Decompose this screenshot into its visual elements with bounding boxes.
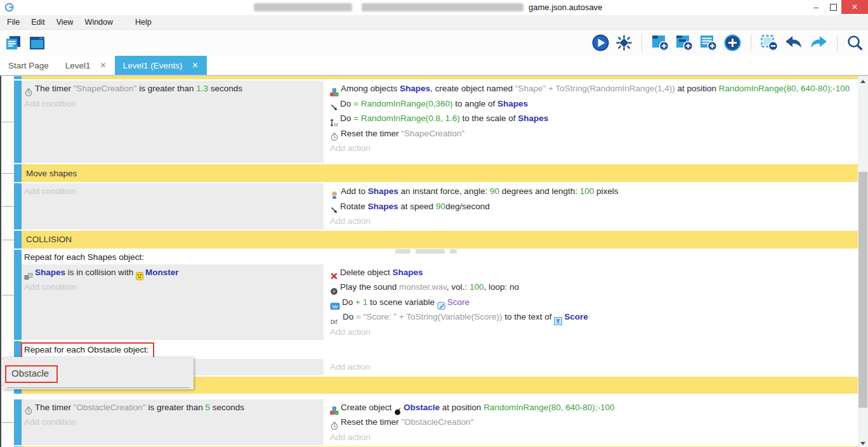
event-selection-bar[interactable]: [14, 81, 22, 163]
search-icon[interactable]: [846, 34, 864, 52]
text-run: 90: [490, 186, 499, 196]
condition-line[interactable]: Shapes is in collision with Monster: [24, 266, 321, 281]
vertical-scrollbar[interactable]: [858, 76, 868, 447]
delete-event-icon[interactable]: [760, 34, 779, 51]
play-button-icon[interactable]: [591, 34, 610, 52]
sound-icon: [330, 282, 338, 295]
text-run: "ObstacleCreation": [401, 417, 473, 427]
action-line[interactable]: Among objects Shapes, create object name…: [330, 82, 858, 97]
tab-level1-scene[interactable]: Level1 ✕: [57, 56, 115, 75]
action-line[interactable]: txtDo = "Score: " + ToString(Variable(Sc…: [330, 310, 858, 325]
action-line[interactable]: Play the sound monster.wav, vol.: 100, l…: [330, 280, 858, 295]
action-line[interactable]: Delete object Shapes: [330, 266, 858, 281]
add-action-button[interactable]: Add action: [330, 360, 858, 374]
tab-level1-events[interactable]: Level1 (Events) ✕: [115, 56, 207, 75]
text-run: Add action: [330, 216, 371, 226]
scene-editor-icon[interactable]: [29, 35, 46, 51]
condition-line[interactable]: The timer "ObstacleCreation" is greater …: [24, 401, 321, 416]
conditions-cell[interactable]: The timer "ObstacleCreation" is greater …: [22, 399, 324, 446]
actions-cell[interactable]: Add to Shapes an instant force, angle: 9…: [327, 183, 858, 230]
event-selection-bar[interactable]: [14, 231, 22, 249]
redo-icon[interactable]: [809, 35, 828, 51]
menu-edit[interactable]: Edit: [25, 18, 51, 27]
event-rows: The timer "ShapeCreation" is greater tha…: [1, 76, 858, 447]
actions-cell[interactable]: Add action: [327, 359, 858, 375]
add-action-button[interactable]: Add action: [330, 214, 858, 228]
close-button[interactable]: ✕: [841, 0, 868, 14]
text-run: an instant force, angle:: [398, 186, 490, 196]
debugger-icon[interactable]: [615, 34, 633, 51]
tab-close-icon[interactable]: ✕: [100, 61, 107, 70]
action-line[interactable]: Do = RandomInRange(0.8, 1.6) to the scal…: [330, 112, 858, 127]
shapes-icon: [24, 267, 33, 281]
action-line[interactable]: Create object Obstacle at position Rando…: [330, 401, 858, 416]
conditions-cell[interactable]: Add condition: [22, 183, 324, 230]
condition-line[interactable]: The timer "ShapeCreation" is greater tha…: [24, 82, 321, 97]
menu-window[interactable]: Window: [79, 18, 121, 27]
event-selection-bar[interactable]: [14, 250, 22, 340]
tab-close-icon[interactable]: ✕: [192, 61, 198, 70]
event-row: The timer "ShapeCreation" is greater tha…: [1, 81, 858, 163]
actions-cell[interactable]: Create object Obstacle at position Rando…: [327, 399, 858, 446]
add-event-icon[interactable]: [651, 34, 669, 51]
text-run: to the text of: [502, 312, 554, 321]
add-comment-icon[interactable]: [699, 34, 718, 51]
add-condition-button[interactable]: Add condition: [24, 185, 321, 198]
add-action-button[interactable]: Add action: [330, 325, 858, 339]
delete-icon: [330, 267, 338, 281]
action-line[interactable]: Rotate Shapes at speed 90deg/second: [330, 200, 858, 215]
comment-block[interactable]: COLLISION: [22, 231, 858, 249]
repeat-header[interactable]: Repeat for each Obstacle object:: [22, 341, 858, 359]
event-selection-bar[interactable]: [14, 164, 22, 182]
minimize-button[interactable]: –: [807, 0, 825, 14]
add-action-button[interactable]: Add action: [330, 141, 858, 155]
score-variable-icon: [437, 297, 445, 311]
event-row: The timer "ObstacleCreation" is greater …: [1, 399, 858, 446]
project-manager-icon[interactable]: [5, 35, 22, 51]
actions-cell[interactable]: Among objects Shapes, create object name…: [327, 81, 858, 163]
add-action-button[interactable]: Add action: [330, 431, 858, 444]
scroll-down-button[interactable]: [858, 438, 868, 447]
action-line[interactable]: Reset the timer "ShapeCreation": [330, 127, 858, 142]
force-icon: [330, 186, 339, 200]
text-run: Add to: [341, 186, 368, 196]
scrollbar-thumb[interactable]: [858, 172, 867, 408]
timer-icon: [24, 83, 33, 97]
event-tree-gutter: [1, 164, 14, 182]
text-run: "Shape" + ToString(RandomInRange(1,4)): [515, 84, 675, 93]
title-bar: game.json.autosave – ✕: [0, 0, 868, 15]
comment-block[interactable]: Move shapes: [22, 164, 858, 182]
add-condition-button[interactable]: Add condition: [24, 97, 321, 111]
event-selection-bar[interactable]: [14, 183, 22, 230]
object-name-field[interactable]: Obstacle: [11, 368, 49, 379]
text-run: Score: [447, 297, 470, 307]
menu-help[interactable]: Help: [129, 18, 157, 27]
text-run: Reset the timer: [341, 417, 401, 427]
text-run: "ShapeCreation": [74, 84, 137, 93]
action-line[interactable]: Reset the timer "ObstacleCreation": [330, 415, 858, 431]
action-line[interactable]: VarDo + 1 to scene variable Score: [330, 295, 858, 311]
action-line[interactable]: Do = RandomInRange(0,360) to angle of Sh…: [330, 97, 858, 112]
actions-cell[interactable]: Delete object ShapesPlay the sound monst…: [327, 264, 858, 340]
add-condition-button[interactable]: Add condition: [24, 415, 321, 429]
menu-view[interactable]: View: [51, 18, 79, 27]
tab-start-page[interactable]: Start Page: [0, 56, 57, 75]
action-line[interactable]: Add to Shapes an instant force, angle: 9…: [330, 185, 858, 200]
scroll-up-button[interactable]: [858, 76, 868, 86]
maximize-button[interactable]: [825, 0, 841, 14]
text-run: RandomInRange(80, 640-80);-100: [483, 403, 614, 412]
repeat-header-text: Repeat for each Obstacle object:: [24, 345, 149, 354]
conditions-cell[interactable]: The timer "ShapeCreation" is greater tha…: [22, 81, 324, 163]
menu-file[interactable]: File: [1, 18, 25, 27]
text-run: to scene variable: [367, 297, 437, 307]
event-selection-bar[interactable]: [14, 399, 22, 446]
add-condition-button[interactable]: Add condition: [24, 280, 321, 294]
add-subevent-icon[interactable]: [675, 34, 694, 51]
event-selection-bar[interactable]: [14, 76, 22, 79]
text-run: Add action: [330, 432, 371, 442]
undo-icon[interactable]: [784, 35, 803, 51]
add-new-icon[interactable]: [723, 34, 742, 52]
text-run: Shapes: [368, 202, 398, 211]
conditions-cell[interactable]: Shapes is in collision with MonsterAdd c…: [22, 264, 324, 340]
text-run: is in collision with: [65, 268, 136, 277]
